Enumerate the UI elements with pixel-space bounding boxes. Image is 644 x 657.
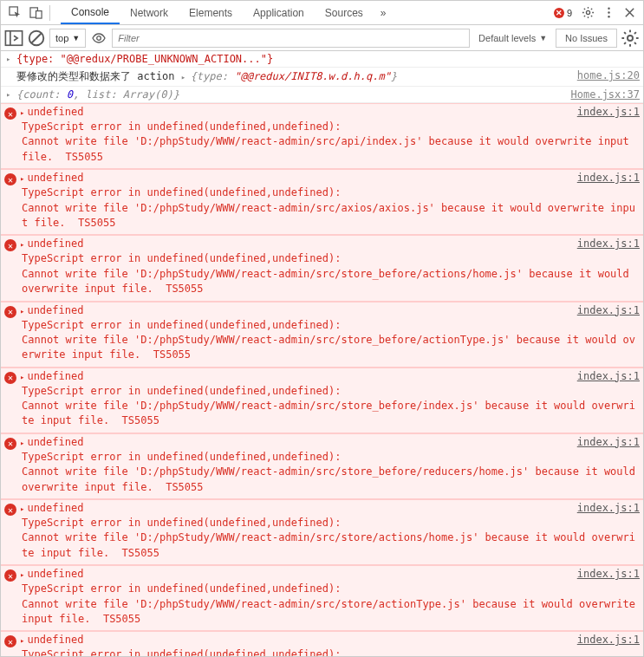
inspect-element-icon[interactable] [4, 3, 25, 23]
error-icon: ✕ [4, 173, 16, 185]
svg-point-3 [586, 10, 589, 14]
error-title: undefined [27, 172, 576, 184]
expand-caret-icon[interactable]: ▸ [6, 55, 10, 63]
error-body: TypeScript error in undefined(undefined,… [4, 384, 640, 429]
expand-caret-icon[interactable]: ▸ [20, 240, 24, 249]
expand-caret-icon[interactable]: ▸ [181, 73, 191, 81]
expand-caret-icon[interactable]: ▸ [6, 90, 10, 99]
context-selector[interactable]: top ▼ [49, 29, 86, 48]
error-icon: ✕ [4, 239, 16, 251]
filter-input[interactable] [112, 29, 470, 48]
error-icon: ✕ [4, 372, 16, 384]
expand-caret-icon[interactable]: ▸ [20, 174, 24, 183]
error-body: TypeScript error in undefined(undefined,… [4, 450, 640, 495]
divider [49, 5, 50, 21]
source-link[interactable]: index.js:1 [577, 502, 640, 514]
error-icon: ✕ [554, 8, 564, 18]
error-icon: ✕ [4, 504, 16, 516]
source-link[interactable]: index.js:1 [577, 568, 640, 580]
error-icon: ✕ [4, 107, 16, 120]
tab-application[interactable]: Application [243, 3, 315, 23]
error-body: TypeScript error in undefined(undefined,… [4, 582, 640, 627]
devtools-main-toolbar: Console Network Elements Application Sou… [1, 1, 643, 25]
log-message: 要修改的类型和数据来了 action ▸ {type: "@@redux/INI… [16, 69, 569, 84]
expand-caret-icon[interactable]: ▸ [20, 373, 24, 381]
more-options-icon[interactable] [598, 3, 619, 23]
chevron-down-icon: ▼ [539, 34, 547, 42]
error-log-block: ✕▸undefinedindex.js:1TypeScript error in… [1, 368, 643, 433]
error-body: TypeScript error in undefined(undefined,… [4, 516, 640, 561]
svg-rect-2 [36, 11, 42, 18]
expand-caret-icon[interactable]: ▸ [20, 636, 24, 645]
expand-caret-icon[interactable]: ▸ [20, 570, 24, 579]
error-icon: ✕ [4, 438, 16, 450]
error-title: undefined [27, 502, 576, 514]
log-levels-selector[interactable]: Default levels ▼ [473, 29, 552, 48]
error-body: TypeScript error in undefined(undefined,… [4, 120, 640, 165]
panel-tabs: Console Network Elements Application Sou… [61, 2, 549, 24]
error-count-badge[interactable]: ✕ 9 [554, 8, 572, 18]
source-link[interactable]: Home.jsx:37 [571, 88, 640, 101]
error-title: undefined [27, 237, 576, 250]
source-link[interactable]: home.js:20 [577, 69, 640, 84]
error-log-block: ✕▸undefinedindex.js:1TypeScript error in… [1, 565, 643, 631]
source-link[interactable]: index.js:1 [577, 634, 640, 646]
source-link[interactable]: index.js:1 [577, 436, 640, 448]
clear-console-icon[interactable] [27, 29, 46, 48]
expand-caret-icon[interactable]: ▸ [20, 504, 24, 513]
source-link[interactable]: index.js:1 [577, 172, 640, 184]
error-log-block: ✕▸undefinedindex.js:1TypeScript error in… [1, 235, 643, 301]
error-log-block: ✕▸undefinedindex.js:1TypeScript error in… [1, 433, 643, 499]
log-message: {type: "@@redux/PROBE_UNKNOWN_ACTION..."… [16, 53, 640, 65]
svg-point-4 [608, 8, 609, 10]
source-link[interactable]: index.js:1 [577, 106, 640, 118]
error-body: TypeScript error in undefined(undefined,… [4, 647, 640, 657]
error-title: undefined [27, 304, 576, 316]
expand-caret-icon[interactable]: ▸ [20, 307, 24, 315]
tab-sources[interactable]: Sources [315, 3, 374, 23]
error-title: undefined [27, 370, 576, 382]
error-body: TypeScript error in undefined(undefined,… [4, 318, 640, 363]
tab-network[interactable]: Network [120, 3, 179, 23]
levels-label: Default levels [478, 33, 536, 43]
tab-console[interactable]: Console [61, 2, 120, 24]
live-expression-icon[interactable] [89, 31, 108, 45]
svg-point-12 [628, 35, 633, 40]
error-count: 9 [567, 8, 572, 18]
error-log-block: ✕▸undefinedindex.js:1TypeScript error in… [1, 499, 643, 565]
svg-line-10 [32, 33, 42, 42]
source-link[interactable]: index.js:1 [577, 237, 640, 250]
expand-caret-icon[interactable]: ▸ [20, 439, 24, 447]
close-icon[interactable] [619, 3, 640, 23]
error-log-block: ✕▸undefinedindex.js:1TypeScript error in… [1, 103, 643, 169]
error-icon: ✕ [4, 569, 16, 582]
tab-elements[interactable]: Elements [179, 3, 243, 23]
error-title: undefined [27, 436, 576, 448]
svg-point-6 [608, 16, 609, 17]
error-log-block: ✕▸undefinedindex.js:1TypeScript error in… [1, 631, 643, 657]
chevron-down-icon: ▼ [72, 34, 80, 42]
error-icon: ✕ [4, 635, 16, 647]
svg-rect-7 [5, 30, 22, 45]
issues-button[interactable]: No Issues [556, 29, 617, 48]
svg-point-5 [608, 11, 609, 13]
error-log-block: ✕▸undefinedindex.js:1TypeScript error in… [1, 169, 643, 235]
console-settings-icon[interactable] [621, 29, 640, 48]
log-row: ▸{count: 0, list: Array(0)}Home.jsx:37 [1, 87, 643, 103]
more-tabs-icon[interactable]: » [374, 3, 394, 23]
source-link[interactable]: index.js:1 [577, 304, 640, 316]
log-row: ▸{type: "@@redux/PROBE_UNKNOWN_ACTION...… [1, 51, 643, 68]
error-title: undefined [27, 106, 576, 118]
device-toggle-icon[interactable] [25, 3, 46, 23]
settings-icon[interactable] [577, 3, 598, 23]
console-sidebar-toggle-icon[interactable] [4, 29, 23, 48]
expand-caret-icon[interactable]: ▸ [20, 108, 24, 117]
error-title: undefined [27, 634, 576, 646]
error-log-block: ✕▸undefinedindex.js:1TypeScript error in… [1, 302, 643, 368]
console-toolbar: top ▼ Default levels ▼ No Issues [1, 25, 643, 51]
log-row: 要修改的类型和数据来了 action ▸ {type: "@@redux/INI… [1, 68, 643, 87]
context-label: top [55, 33, 68, 43]
log-message: {count: 0, list: Array(0)} [16, 88, 563, 101]
error-icon: ✕ [4, 306, 16, 318]
source-link[interactable]: index.js:1 [577, 370, 640, 382]
